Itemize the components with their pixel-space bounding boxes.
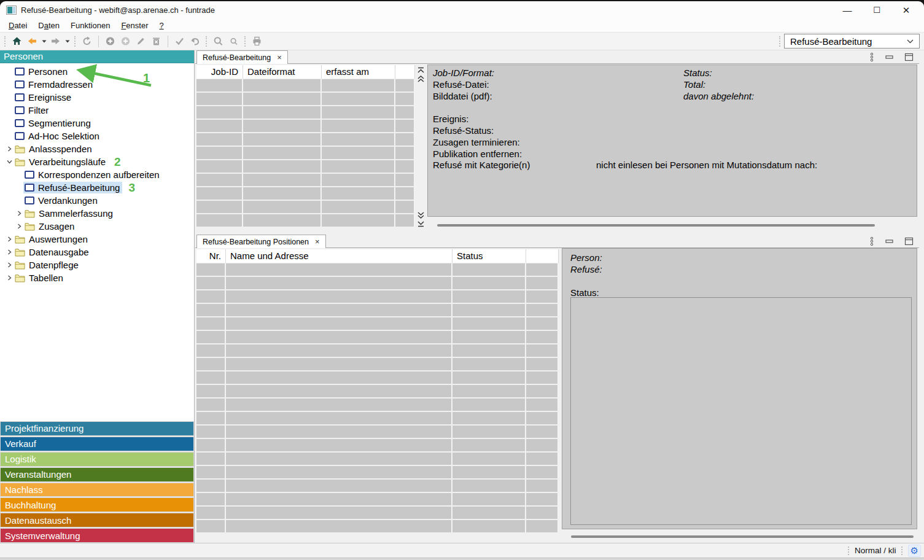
table-row[interactable] xyxy=(196,263,559,276)
table-row[interactable] xyxy=(196,480,559,492)
table-row[interactable] xyxy=(196,493,559,505)
grip-handle[interactable] xyxy=(74,36,76,47)
table-row[interactable] xyxy=(196,412,559,424)
tree-item-korrespondenzen-aufbereiten[interactable]: Korrespondenzen aufbereiten xyxy=(0,168,194,181)
home-icon[interactable] xyxy=(9,34,25,48)
grip-handle[interactable] xyxy=(206,36,208,47)
panel-menu-dots-icon[interactable] xyxy=(869,236,874,246)
panel-minimize-icon[interactable] xyxy=(885,237,894,246)
table-row[interactable] xyxy=(196,120,415,132)
chevron-collapsed-icon[interactable] xyxy=(15,211,23,216)
table-row[interactable] xyxy=(196,331,559,343)
tree-item-ad-hoc-selektion[interactable]: Ad-Hoc Selektion xyxy=(0,130,194,142)
add-icon[interactable] xyxy=(103,34,118,48)
column-header-dateiformat[interactable]: Dateiformat xyxy=(243,65,322,79)
menu-item-[interactable]: ? xyxy=(153,20,169,31)
minimize-button[interactable]: — xyxy=(834,2,860,18)
table-row[interactable] xyxy=(196,147,415,159)
column-header-empty[interactable] xyxy=(395,65,415,79)
scroll-to-top-icon[interactable] xyxy=(417,67,425,74)
column-header-empty[interactable] xyxy=(526,249,559,263)
panel-menu-dots-icon[interactable] xyxy=(869,52,874,62)
table-row[interactable] xyxy=(196,290,559,303)
tab-refuse-bearbeitung[interactable]: Refusé-Bearbeitung × xyxy=(196,50,288,64)
menu-item-fenster[interactable]: Fenster xyxy=(115,20,153,31)
table-row[interactable] xyxy=(196,277,559,289)
settings-gear-icon[interactable]: ⚙ xyxy=(908,545,921,557)
add-disabled-icon[interactable] xyxy=(118,34,133,48)
page-down-icon[interactable] xyxy=(417,212,425,219)
section-button-projektfinanzierung[interactable]: Projektfinanzierung xyxy=(0,421,194,436)
tree-item-personen[interactable]: Personen xyxy=(0,65,194,78)
table-row[interactable] xyxy=(196,385,559,397)
search-small-icon[interactable] xyxy=(226,34,241,48)
tree-item-verdankungen[interactable]: Verdankungen xyxy=(0,194,194,207)
tree-item-datenpflege[interactable]: Datenpflege xyxy=(0,259,194,271)
menu-item-datei[interactable]: Datei xyxy=(3,20,33,31)
grip-handle[interactable] xyxy=(244,36,246,47)
menu-item-daten[interactable]: Daten xyxy=(33,20,65,31)
table-row[interactable] xyxy=(196,160,415,173)
table-row[interactable] xyxy=(196,187,415,200)
view-selector-dropdown[interactable]: Refusé-Bearbeitung xyxy=(784,34,920,49)
tree-item-tabellen[interactable]: Tabellen xyxy=(0,271,194,284)
section-button-systemverwaltung[interactable]: Systemverwaltung xyxy=(0,528,194,543)
panel-minimize-icon[interactable] xyxy=(885,53,894,61)
table-row[interactable] xyxy=(196,201,415,213)
confirm-icon[interactable] xyxy=(172,34,187,48)
section-button-veranstaltungen[interactable]: Veranstaltungen xyxy=(0,467,194,482)
scrollbar-thumb[interactable] xyxy=(437,224,875,227)
table-row[interactable] xyxy=(196,399,559,411)
tree-item-segmentierung[interactable]: Segmentierung xyxy=(0,117,194,130)
column-header-nr[interactable]: Nr. xyxy=(196,249,226,263)
chevron-expanded-icon[interactable] xyxy=(5,159,14,165)
table-row[interactable] xyxy=(196,439,559,451)
print-icon[interactable] xyxy=(249,34,265,48)
scroll-to-bottom-icon[interactable] xyxy=(417,220,425,227)
column-header-name-und-adresse[interactable]: Name und Adresse xyxy=(226,249,452,263)
column-header-status[interactable]: Status xyxy=(452,249,526,263)
caret-down-icon[interactable] xyxy=(40,34,48,48)
chevron-collapsed-icon[interactable] xyxy=(5,249,14,255)
tree-item-filter[interactable]: Filter xyxy=(0,104,194,117)
tree-item-auswertungen[interactable]: Auswertungen xyxy=(0,233,194,246)
chevron-collapsed-icon[interactable] xyxy=(5,236,14,242)
tree-item-verarbeitungsläufe[interactable]: Verarbeitungsläufe2 xyxy=(0,155,194,168)
scrollbar-thumb[interactable] xyxy=(571,535,914,538)
tab-close-icon[interactable]: × xyxy=(315,237,320,246)
table-row[interactable] xyxy=(196,214,415,227)
section-button-verkauf[interactable]: Verkauf xyxy=(0,437,194,451)
undo-icon[interactable] xyxy=(187,34,203,48)
tree-item-sammelerfassung[interactable]: Sammelerfassung xyxy=(0,207,194,220)
table-row[interactable] xyxy=(196,371,559,384)
tree-item-fremdadressen[interactable]: Fremdadressen xyxy=(0,78,194,91)
section-button-nachlass[interactable]: Nachlass xyxy=(0,483,194,497)
chevron-collapsed-icon[interactable] xyxy=(15,224,23,229)
chevron-collapsed-icon[interactable] xyxy=(5,146,14,152)
tree-item-ereignisse[interactable]: Ereignisse xyxy=(0,91,194,104)
edit-icon[interactable] xyxy=(133,34,149,48)
table-row[interactable] xyxy=(196,304,559,316)
table-row[interactable] xyxy=(196,133,415,146)
table-row[interactable] xyxy=(196,466,559,478)
page-up-icon[interactable] xyxy=(417,76,425,82)
close-button[interactable]: ✕ xyxy=(893,2,919,18)
tree-item-datenausgabe[interactable]: Datenausgabe xyxy=(0,246,194,259)
table-row[interactable] xyxy=(196,93,415,105)
table-row[interactable] xyxy=(196,507,559,519)
tree-item-anlassspenden[interactable]: Anlassspenden xyxy=(0,142,194,155)
table-row[interactable] xyxy=(196,453,559,465)
maximize-button[interactable]: ☐ xyxy=(864,2,890,18)
chevron-collapsed-icon[interactable] xyxy=(5,275,14,281)
delete-icon[interactable] xyxy=(149,34,164,48)
section-button-datenaustausch[interactable]: Datenaustausch xyxy=(0,513,194,527)
table-row[interactable] xyxy=(196,520,559,532)
column-header-erfasst-am[interactable]: erfasst am xyxy=(322,65,395,79)
grip-handle[interactable] xyxy=(4,36,6,47)
section-button-buchhaltung[interactable]: Buchhaltung xyxy=(0,497,194,512)
section-button-logistik[interactable]: Logistik xyxy=(0,452,194,467)
column-header-job-id[interactable]: Job-ID xyxy=(196,65,243,79)
table-row[interactable] xyxy=(196,426,559,438)
table-row[interactable] xyxy=(196,358,559,370)
panel-maximize-icon[interactable] xyxy=(904,237,914,246)
